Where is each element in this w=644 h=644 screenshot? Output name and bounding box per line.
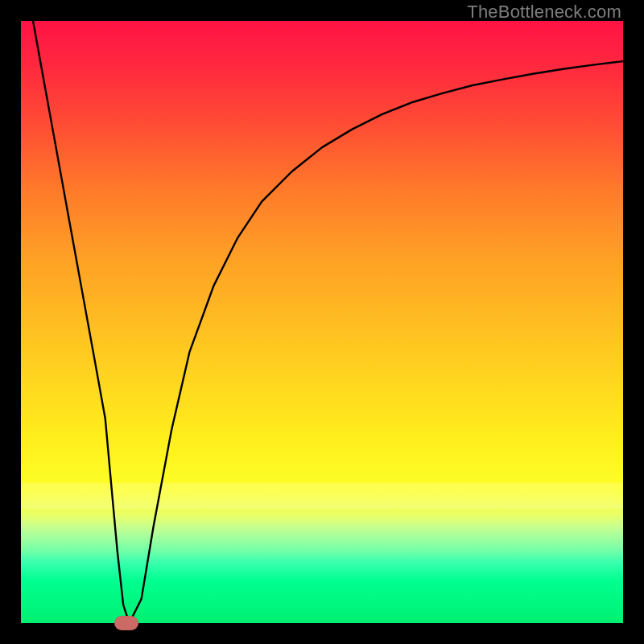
watermark-text: TheBottleneck.com	[467, 2, 621, 23]
bottleneck-curve	[21, 21, 623, 623]
optimal-point-marker	[114, 616, 138, 630]
chart-frame: TheBottleneck.com	[0, 0, 644, 644]
